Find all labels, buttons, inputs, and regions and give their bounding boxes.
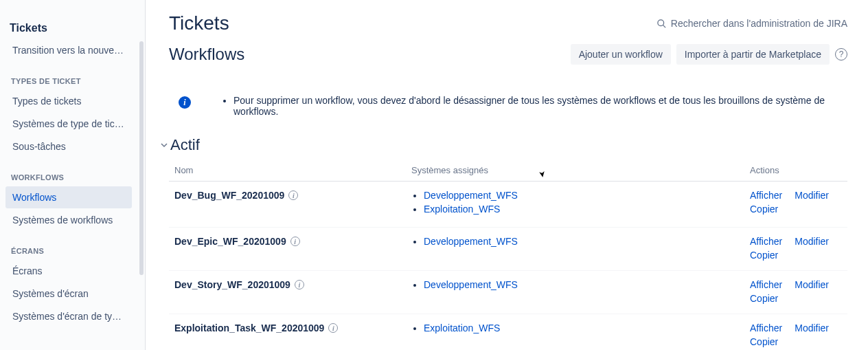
sidebar-item-ticket-type-schemes[interactable]: Systèmes de type de ticket [5,113,132,135]
copy-link[interactable]: Copier [750,250,778,261]
edit-link[interactable]: Modifier [795,279,829,290]
sidebar-item-screens[interactable]: Écrans [5,260,132,282]
import-marketplace-button[interactable]: Importer à partir de Marketplace [676,44,830,65]
sidebar-item-subtasks[interactable]: Sous-tâches [5,135,132,157]
copy-link[interactable]: Copier [750,336,778,347]
main-content: Tickets Rechercher dans l'administration… [146,0,868,350]
edit-link[interactable]: Modifier [795,322,829,333]
copy-link[interactable]: Copier [750,204,778,215]
assigned-scheme-link[interactable]: Exploitation_WFS [424,204,500,215]
workflow-name: Dev_Epic_WF_20201009i [174,236,300,247]
info-icon: i [179,96,191,109]
info-banner: i Pour supprimer un workflow, vous devez… [169,95,847,117]
sidebar-item-screen-type-schemes[interactable]: Systèmes d'écran de type ... [5,305,132,327]
search-icon [656,19,667,29]
page-title: Tickets [169,12,229,34]
edit-link[interactable]: Modifier [795,190,829,201]
assigned-scheme-link[interactable]: Developpement_WFS [424,279,518,290]
col-assigned: Systèmes assignés [406,160,744,182]
sidebar: Tickets Transition vers la nouvelle ... … [0,0,146,350]
admin-search[interactable]: Rechercher dans l'administration de JIRA [656,18,847,29]
scrollbar[interactable] [139,41,144,275]
workflow-name: Exploitation_Task_WF_20201009i [174,322,338,333]
col-name: Nom [169,160,406,182]
info-icon[interactable]: i [295,280,304,289]
add-workflow-button[interactable]: Ajouter un workflow [571,44,671,65]
section-title-active: Actif [170,136,200,154]
sidebar-item-transition[interactable]: Transition vers la nouvelle ... [5,39,132,61]
assigned-scheme-link[interactable]: Developpement_WFS [424,236,518,247]
sidebar-item-screen-schemes[interactable]: Systèmes d'écran [5,283,132,305]
workflows-table: Nom Systèmes assignés Actions Dev_Bug_WF… [169,160,847,350]
table-row: Dev_Bug_WF_20201009iDeveloppement_WFSExp… [169,182,847,228]
sidebar-item-ticket-types[interactable]: Types de tickets [5,90,132,112]
admin-search-label: Rechercher dans l'administration de JIRA [671,18,847,29]
sidebar-section-types: TYPES DE TICKET [3,62,135,89]
info-text: Pour supprimer un workflow, vous devez d… [233,95,847,117]
view-link[interactable]: Afficher [750,236,782,247]
workflow-name: Dev_Bug_WF_20201009i [174,190,298,201]
page-subtitle: Workflows [169,45,244,64]
workflow-name: Dev_Story_WF_20201009i [174,279,304,290]
table-row: Dev_Story_WF_20201009iDeveloppement_WFSA… [169,271,847,314]
table-row: Exploitation_Task_WF_20201009iExploitati… [169,314,847,351]
sidebar-item-workflow-schemes[interactable]: Systèmes de workflows [5,209,132,231]
view-link[interactable]: Afficher [750,190,782,201]
info-icon[interactable]: i [328,323,338,333]
chevron-down-icon[interactable] [159,140,169,150]
copy-link[interactable]: Copier [750,293,778,304]
svg-point-0 [658,19,664,25]
assigned-scheme-link[interactable]: Exploitation_WFS [424,322,500,333]
sidebar-heading: Tickets [3,7,135,39]
col-actions: Actions [744,160,847,182]
sidebar-item-workflows[interactable]: Workflows [5,186,132,208]
info-icon[interactable]: i [288,190,298,200]
svg-line-1 [663,25,665,28]
view-link[interactable]: Afficher [750,322,782,333]
view-link[interactable]: Afficher [750,279,782,290]
help-icon[interactable]: ? [835,48,847,61]
info-icon[interactable]: i [290,237,300,246]
sidebar-section-screens: ÉCRANS [3,232,135,259]
edit-link[interactable]: Modifier [795,236,829,247]
sidebar-section-workflows: WORKFLOWS [3,158,135,186]
table-row: Dev_Epic_WF_20201009iDeveloppement_WFSAf… [169,228,847,271]
assigned-scheme-link[interactable]: Developpement_WFS [424,190,518,201]
